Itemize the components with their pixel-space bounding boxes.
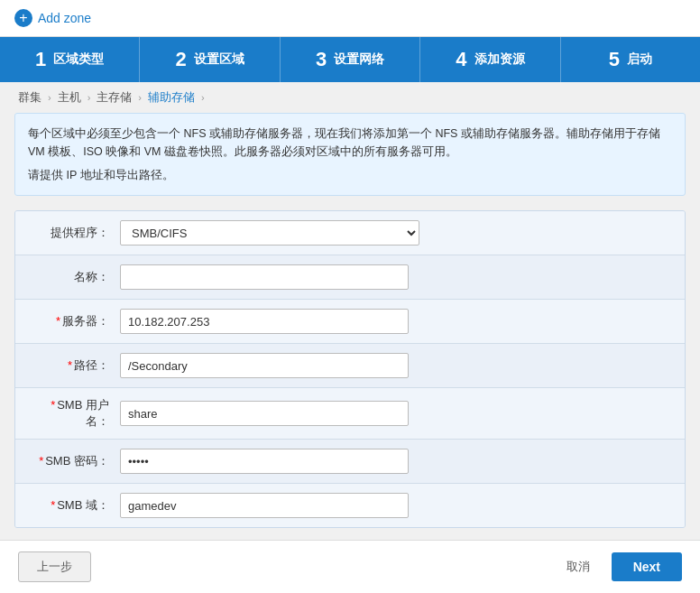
step-4[interactable]: 4 添加资源 — [420, 37, 560, 82]
footer-right: 取消 Next — [557, 552, 682, 581]
path-label: *路径： — [30, 357, 120, 374]
provider-label: 提供程序： — [30, 225, 120, 241]
form-row-smb-domain: *SMB 域： — [15, 484, 685, 527]
info-box: 每个区域中必须至少包含一个 NFS 或辅助存储服务器，现在我们将添加第一个 NF… — [14, 113, 686, 196]
path-required: * — [68, 358, 72, 372]
steps-bar: 1 区域类型 2 设置区域 3 设置网络 4 添加资源 5 启动 — [0, 37, 700, 82]
form-row-provider: 提供程序： SMB/CIFS NFS — [15, 211, 685, 255]
form-row-smb-pwd: *SMB 密码： — [15, 440, 685, 484]
form-row-path: *路径： — [15, 344, 685, 388]
step-1-label: 区域类型 — [53, 51, 104, 68]
smb-user-input[interactable] — [120, 401, 409, 426]
top-bar: + Add zone — [0, 0, 700, 37]
add-zone-button[interactable]: + Add zone — [14, 9, 91, 27]
step-1[interactable]: 1 区域类型 — [0, 37, 140, 82]
step-3-label: 设置网络 — [334, 51, 384, 68]
next-button[interactable]: Next — [612, 552, 682, 581]
bc-host[interactable]: 主机 — [58, 89, 81, 106]
add-zone-label: Add zone — [38, 11, 91, 25]
form-row-smb-user: *SMB 用户名： — [15, 388, 685, 440]
back-button[interactable]: 上一步 — [18, 551, 91, 582]
step-2-label: 设置区域 — [194, 51, 244, 68]
step-3[interactable]: 3 设置网络 — [281, 37, 420, 82]
step-4-num: 4 — [456, 48, 466, 71]
server-input[interactable] — [120, 309, 409, 334]
form-row-server: *服务器： — [15, 300, 685, 344]
smb-user-required: * — [51, 398, 55, 412]
name-label: 名称： — [30, 269, 120, 285]
step-1-num: 1 — [35, 48, 46, 71]
form-row-name: 名称： — [15, 255, 685, 300]
step-3-num: 3 — [316, 48, 327, 71]
cancel-button[interactable]: 取消 — [557, 552, 599, 581]
step-2[interactable]: 2 设置区域 — [140, 37, 280, 82]
smb-user-label: *SMB 用户名： — [30, 397, 120, 430]
smb-pwd-required: * — [39, 454, 43, 468]
smb-pwd-input[interactable] — [120, 449, 409, 474]
info-line1: 每个区域中必须至少包含一个 NFS 或辅助存储服务器，现在我们将添加第一个 NF… — [28, 125, 672, 161]
page-container: + Add zone 1 区域类型 2 设置区域 3 设置网络 4 添加资源 5… — [0, 0, 700, 593]
info-line2: 请提供 IP 地址和导出路径。 — [28, 166, 672, 184]
step-2-num: 2 — [175, 48, 186, 71]
bc-primary-storage[interactable]: 主存储 — [97, 89, 132, 106]
smb-domain-required: * — [51, 498, 55, 512]
provider-select[interactable]: SMB/CIFS NFS — [120, 220, 419, 246]
name-input[interactable] — [120, 264, 409, 290]
smb-domain-input[interactable] — [120, 493, 409, 518]
plus-icon: + — [14, 9, 32, 27]
step-4-label: 添加资源 — [474, 51, 525, 68]
server-required: * — [56, 314, 60, 328]
bc-cluster[interactable]: 群集 — [18, 89, 41, 106]
smb-pwd-label: *SMB 密码： — [30, 453, 120, 469]
content-area: 每个区域中必须至少包含一个 NFS 或辅助存储服务器，现在我们将添加第一个 NF… — [0, 113, 700, 540]
step-5[interactable]: 5 启动 — [561, 37, 700, 82]
step-5-num: 5 — [609, 48, 620, 71]
form-section: 提供程序： SMB/CIFS NFS 名称： *服务器： — [14, 210, 686, 528]
footer-bar: 上一步 取消 Next — [0, 540, 700, 593]
bc-secondary-storage[interactable]: 辅助存储 — [148, 89, 195, 106]
server-label: *服务器： — [30, 313, 120, 329]
breadcrumb: 群集 › 主机 › 主存储 › 辅助存储 › — [0, 82, 700, 113]
step-5-label: 启动 — [627, 51, 652, 68]
smb-domain-label: *SMB 域： — [30, 497, 120, 514]
path-input[interactable] — [120, 353, 409, 378]
